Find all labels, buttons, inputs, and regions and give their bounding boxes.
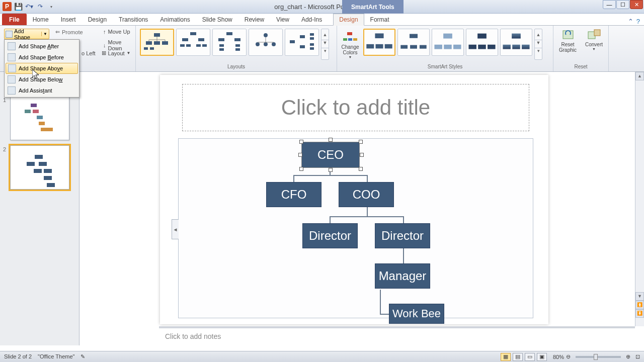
node-coo[interactable]: COO: [339, 182, 394, 207]
save-icon[interactable]: 💾: [13, 2, 23, 12]
move-up-button[interactable]: ↑ Move Up: [103, 29, 130, 35]
scroll-up-icon[interactable]: ▲: [635, 72, 644, 80]
layouts-more[interactable]: ▲▼▾: [321, 29, 329, 60]
app-icon[interactable]: P: [2, 2, 12, 12]
scroll-down-icon[interactable]: ▼: [635, 292, 644, 301]
spell-check-icon[interactable]: ✎: [80, 353, 85, 360]
style-option-3[interactable]: [432, 29, 464, 56]
tab-insert[interactable]: Insert: [55, 14, 82, 25]
tab-slideshow[interactable]: Slide Show: [196, 14, 238, 25]
node-workbee[interactable]: Work Bee: [389, 304, 444, 324]
slide-canvas[interactable]: Click to add title ◄ CEO: [160, 75, 548, 324]
tab-addins[interactable]: Add-Ins: [295, 14, 328, 25]
selection-handle[interactable]: [329, 138, 333, 142]
slideshow-view-button[interactable]: ▣: [537, 353, 547, 361]
fit-to-window-button[interactable]: ⊡: [635, 353, 640, 360]
add-shape-button[interactable]: Add Shape ▼: [4, 29, 49, 39]
promote-button[interactable]: ⇐ Promote: [55, 29, 83, 35]
smartart-container[interactable]: ◄ CEO: [178, 138, 533, 318]
close-button[interactable]: ✕: [630, 0, 643, 9]
right-to-left-button[interactable]: o Left: [82, 50, 96, 56]
tab-review[interactable]: Review: [238, 14, 270, 25]
zoom-slider[interactable]: [576, 356, 621, 358]
node-director-2[interactable]: Director: [375, 223, 430, 248]
styles-more[interactable]: ▲▼▾: [534, 29, 542, 60]
change-colors-button[interactable]: Change Colors ▼: [339, 27, 361, 62]
add-shape-dropdown-arrow[interactable]: ▼: [41, 32, 49, 36]
promote-icon: ⇐: [55, 29, 60, 35]
connector: [330, 216, 404, 217]
title-placeholder[interactable]: Click to add title: [182, 84, 529, 131]
selection-handle[interactable]: [299, 167, 303, 171]
undo-icon[interactable]: ↶▾: [24, 2, 34, 12]
tab-transitions[interactable]: Transitions: [113, 14, 154, 25]
redo-icon[interactable]: ↷: [35, 2, 45, 12]
layout-option-4[interactable]: [249, 29, 283, 56]
style-option-5[interactable]: [500, 29, 532, 56]
node-ceo[interactable]: CEO: [301, 142, 360, 168]
convert-arrow-icon: ▼: [592, 47, 596, 51]
layout-option-5[interactable]: [285, 29, 319, 56]
zoom-in-button[interactable]: ⊕: [626, 353, 630, 360]
zoom-level[interactable]: 80%: [553, 354, 564, 360]
tab-home[interactable]: Home: [27, 14, 55, 25]
slide-thumb-2[interactable]: [10, 145, 69, 190]
tab-view[interactable]: View: [270, 14, 295, 25]
menu-add-shape-after[interactable]: Add Shape After: [6, 41, 78, 52]
menu-add-shape-below[interactable]: Add Shape Below: [6, 74, 78, 85]
selection-handle[interactable]: [298, 153, 302, 157]
style-option-4[interactable]: [466, 29, 498, 56]
node-director-1[interactable]: Director: [302, 223, 358, 248]
help-icon[interactable]: ?: [636, 18, 640, 25]
text-pane-toggle[interactable]: ◄: [172, 219, 179, 239]
notes-pane[interactable]: Click to add notes: [159, 326, 635, 345]
convert-button[interactable]: Convert ▼: [583, 28, 605, 53]
layout-button[interactable]: Layout: [108, 50, 125, 56]
svg-rect-35: [310, 37, 314, 40]
tab-file[interactable]: File: [2, 14, 27, 25]
menu-add-assistant[interactable]: Add Assistant: [6, 85, 78, 96]
layout-dropdown-icon[interactable]: ▼: [127, 51, 131, 55]
node-manager[interactable]: Manager: [375, 263, 430, 289]
selection-handle[interactable]: [329, 168, 333, 172]
node-cfo[interactable]: CFO: [266, 182, 321, 207]
layout-option-2[interactable]: [176, 29, 210, 56]
svg-rect-51: [434, 44, 442, 49]
zoom-handle[interactable]: [594, 354, 598, 360]
selection-handle[interactable]: [359, 167, 363, 171]
slide-thumb-1[interactable]: [10, 96, 69, 140]
style-option-2[interactable]: [397, 29, 430, 56]
minimize-button[interactable]: —: [603, 0, 616, 9]
svg-rect-45: [385, 44, 392, 49]
vertical-scrollbar[interactable]: ▲ ▼ ⏫ ⏬: [635, 72, 644, 326]
reset-graphic-button[interactable]: Reset Graphic: [557, 28, 579, 53]
menu-add-shape-above[interactable]: Add Shape Above: [6, 63, 78, 74]
minimize-ribbon-icon[interactable]: ⌃: [628, 18, 633, 25]
tab-animations[interactable]: Animations: [154, 14, 196, 25]
maximize-button[interactable]: ☐: [616, 0, 629, 9]
svg-rect-47: [400, 44, 408, 49]
next-slide-icon[interactable]: ⏬: [635, 309, 644, 318]
reading-view-button[interactable]: ▭: [525, 353, 535, 361]
qat-customize-icon[interactable]: ▾: [46, 2, 56, 12]
selection-handle[interactable]: [360, 153, 364, 157]
normal-view-button[interactable]: ▦: [501, 353, 511, 361]
prev-slide-icon[interactable]: ⏫: [635, 301, 644, 309]
group-styles: Change Colors ▼ ▲▼▾ SmartArt Styles: [337, 26, 553, 71]
selection-handle[interactable]: [299, 140, 303, 144]
tab-smartart-format[interactable]: Format: [364, 14, 395, 25]
move-up-icon: ↑: [103, 29, 106, 35]
svg-rect-50: [443, 33, 452, 38]
layout-option-3[interactable]: [212, 29, 247, 56]
zoom-out-button[interactable]: ⊖: [566, 353, 571, 360]
svg-rect-44: [376, 44, 383, 49]
tab-smartart-design[interactable]: Design: [333, 14, 364, 26]
tab-design[interactable]: Design: [82, 14, 113, 25]
style-option-1[interactable]: [363, 29, 395, 56]
menu-add-shape-before[interactable]: Add Shape Before: [6, 52, 78, 63]
svg-point-26: [256, 42, 260, 46]
connector: [330, 216, 331, 223]
layout-option-1[interactable]: [140, 29, 174, 56]
sorter-view-button[interactable]: ▤: [513, 353, 523, 361]
selection-handle[interactable]: [359, 140, 363, 144]
